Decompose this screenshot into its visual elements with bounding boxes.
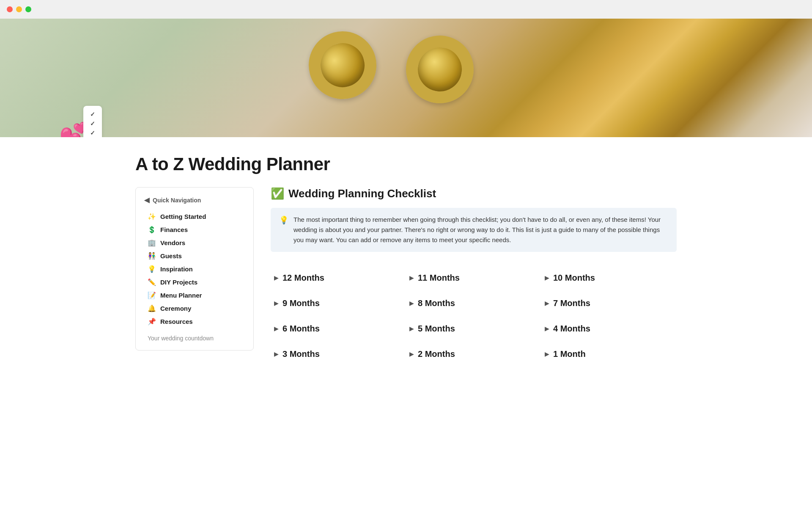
diy-icon: ✏️ <box>148 278 156 286</box>
month-item[interactable]: ▶ 7 Months <box>541 291 677 316</box>
month-arrow: ▶ <box>274 275 278 281</box>
titlebar <box>0 0 812 19</box>
getting-started-label: Getting Started <box>160 213 206 220</box>
info-box: 💡 The most important thing to remember w… <box>271 208 677 252</box>
month-arrow: ▶ <box>274 351 278 357</box>
diy-label: DIY Projects <box>160 279 198 286</box>
month-item[interactable]: ▶ 11 Months <box>406 265 541 291</box>
finances-label: Finances <box>160 226 188 233</box>
month-item[interactable]: ▶ 12 Months <box>271 265 406 291</box>
month-item[interactable]: ▶ 5 Months <box>406 316 541 342</box>
sidebar-item-inspiration[interactable]: 💡 Inspiration <box>144 262 245 276</box>
menu-planner-icon: 📝 <box>148 291 156 299</box>
month-arrow: ▶ <box>409 275 414 281</box>
info-text: The most important thing to remember whe… <box>294 215 668 245</box>
month-label: 3 Months <box>283 349 320 359</box>
guests-icon: 👫 <box>148 252 156 260</box>
months-grid: ▶ 12 Months ▶ 11 Months ▶ 10 Months ▶ 9 … <box>271 265 677 367</box>
month-arrow: ▶ <box>545 275 549 281</box>
hero-banner: 💕 ✓ ✓ ✓ <box>0 19 812 137</box>
month-label: 7 Months <box>553 298 590 308</box>
menu-planner-label: Menu Planner <box>160 292 202 299</box>
month-arrow: ▶ <box>274 300 278 306</box>
month-label: 2 Months <box>418 349 455 359</box>
month-label: 1 Month <box>553 349 586 359</box>
month-label: 5 Months <box>418 324 455 334</box>
layout: ◀ Quick Navigation ✨ Getting Started 💲 F… <box>135 187 677 367</box>
sidebar-item-finances[interactable]: 💲 Finances <box>144 223 245 236</box>
checklist-card: ✓ ✓ ✓ <box>83 106 102 137</box>
info-icon: 💡 <box>279 215 288 225</box>
ring-2 <box>401 30 479 108</box>
month-arrow: ▶ <box>545 351 549 357</box>
check-2: ✓ <box>90 120 95 127</box>
sidebar: ◀ Quick Navigation ✨ Getting Started 💲 F… <box>135 187 254 351</box>
month-arrow: ▶ <box>545 300 549 306</box>
sidebar-item-getting-started[interactable]: ✨ Getting Started <box>144 210 245 223</box>
month-label: 6 Months <box>283 324 320 334</box>
content-right: ✅ Wedding Planning Checklist 💡 The most … <box>271 187 677 367</box>
finances-icon: 💲 <box>148 226 156 234</box>
month-arrow: ▶ <box>274 326 278 332</box>
sidebar-item-menu-planner[interactable]: 📝 Menu Planner <box>144 289 245 302</box>
checklist-heading-emoji: ✅ <box>271 187 284 200</box>
vendors-icon: 🏢 <box>148 239 156 247</box>
main-content: A to Z Wedding Planner ◀ Quick Navigatio… <box>110 137 702 392</box>
sidebar-title: ◀ Quick Navigation <box>144 196 245 204</box>
page-title: A to Z Wedding Planner <box>135 154 677 174</box>
month-label: 9 Months <box>283 298 320 308</box>
sidebar-item-ceremony[interactable]: 🔔 Ceremony <box>144 302 245 315</box>
guests-label: Guests <box>160 252 182 260</box>
checklist-heading-text: Wedding Planning Checklist <box>288 187 436 200</box>
month-arrow: ▶ <box>409 326 414 332</box>
close-button[interactable] <box>7 6 13 12</box>
month-arrow: ▶ <box>409 300 414 306</box>
sidebar-item-diy-projects[interactable]: ✏️ DIY Projects <box>144 276 245 289</box>
month-label: 4 Months <box>553 324 590 334</box>
month-item[interactable]: ▶ 4 Months <box>541 316 677 342</box>
sidebar-item-vendors[interactable]: 🏢 Vendors <box>144 236 245 249</box>
month-item[interactable]: ▶ 6 Months <box>271 316 406 342</box>
vendors-label: Vendors <box>160 239 185 246</box>
month-label: 12 Months <box>283 273 324 283</box>
month-item[interactable]: ▶ 2 Months <box>406 342 541 367</box>
month-item[interactable]: ▶ 9 Months <box>271 291 406 316</box>
sidebar-item-guests[interactable]: 👫 Guests <box>144 249 245 262</box>
resources-icon: 📌 <box>148 318 156 326</box>
ceremony-label: Ceremony <box>160 305 191 312</box>
month-label: 10 Months <box>553 273 595 283</box>
inspiration-icon: 💡 <box>148 265 156 273</box>
hero-overlay: 💕 ✓ ✓ ✓ <box>59 106 102 137</box>
countdown-label: Your wedding countdown <box>144 335 245 342</box>
month-item[interactable]: ▶ 8 Months <box>406 291 541 316</box>
month-item[interactable]: ▶ 3 Months <box>271 342 406 367</box>
getting-started-icon: ✨ <box>148 213 156 221</box>
ring-1 <box>301 24 384 107</box>
checklist-heading: ✅ Wedding Planning Checklist <box>271 187 677 200</box>
minimize-button[interactable] <box>16 6 22 12</box>
ceremony-icon: 🔔 <box>148 304 156 312</box>
nav-icon: ◀ <box>144 196 149 204</box>
check-3: ✓ <box>90 130 95 136</box>
resources-label: Resources <box>160 318 193 325</box>
month-item[interactable]: ▶ 10 Months <box>541 265 677 291</box>
page-title-section: A to Z Wedding Planner <box>135 137 677 187</box>
month-item[interactable]: ▶ 1 Month <box>541 342 677 367</box>
inspiration-label: Inspiration <box>160 265 193 273</box>
rings-decoration <box>0 19 812 137</box>
month-label: 11 Months <box>418 273 460 283</box>
check-1: ✓ <box>90 111 95 118</box>
month-arrow: ▶ <box>409 351 414 357</box>
sidebar-item-resources[interactable]: 📌 Resources <box>144 315 245 328</box>
month-label: 8 Months <box>418 298 455 308</box>
month-arrow: ▶ <box>545 326 549 332</box>
maximize-button[interactable] <box>25 6 31 12</box>
